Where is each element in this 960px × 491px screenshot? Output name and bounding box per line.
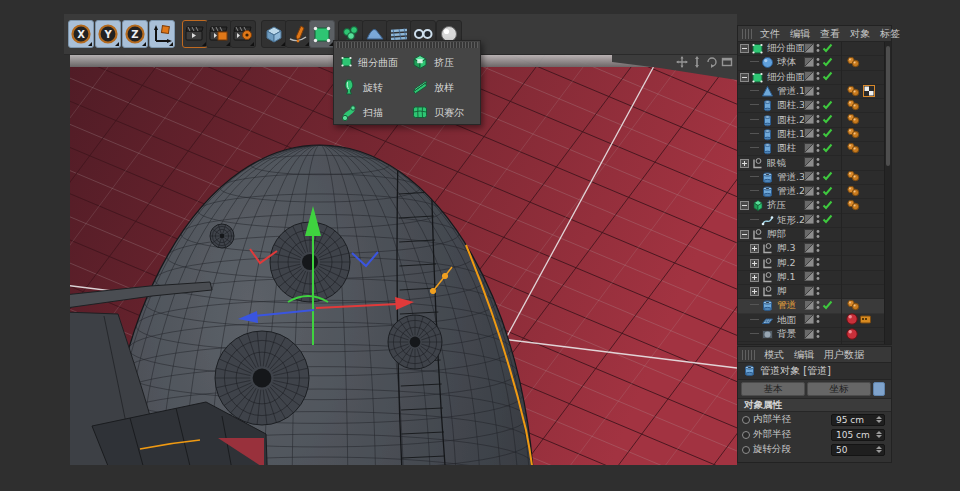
toggle-cluster[interactable] [804, 285, 820, 298]
menu-item-extrude[interactable]: 挤压 [407, 50, 478, 75]
expander-plus-icon[interactable] [750, 259, 759, 268]
visibility-dots-icon[interactable] [816, 186, 820, 198]
tab-coordinates[interactable]: 坐标 [807, 382, 871, 396]
tag-cluster[interactable] [846, 56, 861, 69]
object-row-15[interactable]: 脚.2 [738, 256, 884, 270]
object-row-17[interactable]: 脚 [738, 285, 884, 299]
visibility-dots-icon[interactable] [816, 271, 820, 283]
palette-drag-handle[interactable] [336, 42, 478, 48]
visibility-dots-icon[interactable] [816, 114, 820, 126]
toggle-cluster[interactable] [804, 228, 820, 241]
layer-color-icon[interactable] [804, 200, 814, 212]
tag-cluster[interactable] [846, 314, 871, 327]
stepper-arrows-icon[interactable] [876, 446, 882, 453]
object-row-13[interactable]: 脚部 [738, 228, 884, 242]
object-manager-menu-0[interactable]: 文件 [755, 27, 785, 41]
tag-cluster[interactable] [846, 328, 858, 341]
toggle-cluster[interactable] [804, 199, 833, 212]
layer-color-icon[interactable] [804, 300, 814, 312]
compositing-tag-icon[interactable] [860, 314, 871, 327]
attribute-manager-menu-2[interactable]: 用户数据 [819, 348, 869, 362]
menu-item-sds[interactable]: 细分曲面 [336, 50, 407, 75]
visibility-dots-icon[interactable] [816, 57, 820, 69]
object-manager-menu-2[interactable]: 查看 [815, 27, 845, 41]
field-input[interactable]: 95 cm [831, 414, 885, 426]
object-row-6[interactable]: 圆柱.1 [738, 128, 884, 142]
visibility-dots-icon[interactable] [816, 214, 820, 226]
toggle-cluster[interactable] [804, 171, 833, 184]
tag-cluster[interactable] [846, 185, 861, 198]
attribute-manager-grip-icon[interactable] [742, 350, 756, 360]
object-manager-scrollbar[interactable] [884, 42, 891, 344]
object-row-8[interactable]: 眼镜 [738, 156, 884, 170]
phong-tag-icon[interactable] [846, 113, 861, 127]
tag-cluster[interactable] [846, 113, 861, 126]
enabled-check-icon[interactable] [822, 143, 833, 155]
tag-cluster[interactable] [846, 85, 875, 98]
visibility-dots-icon[interactable] [816, 200, 820, 212]
keyframe-circle-icon[interactable] [742, 431, 750, 439]
expander-minus-icon[interactable] [740, 44, 749, 53]
object-row-19[interactable]: 地面 [738, 314, 884, 328]
phong-tag-icon[interactable] [846, 299, 861, 313]
visibility-dots-icon[interactable] [816, 257, 820, 269]
toggle-cluster[interactable] [804, 156, 820, 169]
visibility-dots-icon[interactable] [816, 229, 820, 241]
tag-cluster[interactable] [846, 99, 861, 112]
layer-color-icon[interactable] [804, 186, 814, 198]
object-row-3[interactable]: 管道.1 [738, 85, 884, 99]
axis-lock-y-button[interactable]: Y [95, 20, 121, 48]
layer-color-icon[interactable] [804, 57, 814, 69]
axis-lock-x-button[interactable]: X [68, 20, 94, 48]
layer-color-icon[interactable] [804, 271, 814, 283]
viewport-pan-control[interactable] [676, 56, 688, 68]
visibility-dots-icon[interactable] [816, 43, 820, 55]
field-input[interactable]: 50 [831, 444, 885, 456]
tab-basic[interactable]: 基本 [741, 382, 805, 396]
enabled-check-icon[interactable] [822, 114, 833, 126]
attribute-manager-menu-1[interactable]: 编辑 [789, 348, 819, 362]
tag-cluster[interactable] [846, 171, 861, 184]
toggle-cluster[interactable] [804, 314, 820, 327]
visibility-dots-icon[interactable] [816, 329, 820, 341]
enabled-check-icon[interactable] [822, 171, 833, 183]
visibility-dots-icon[interactable] [816, 300, 820, 312]
phong-tag-icon[interactable] [846, 127, 861, 141]
layer-color-icon[interactable] [804, 114, 814, 126]
visibility-dots-icon[interactable] [816, 128, 820, 140]
layer-color-icon[interactable] [804, 143, 814, 155]
material-tag-icon[interactable] [846, 313, 858, 327]
enabled-check-icon[interactable] [822, 71, 833, 83]
object-row-18[interactable]: 管道 [738, 299, 884, 313]
visibility-dots-icon[interactable] [816, 157, 820, 169]
material-tag-icon[interactable] [846, 328, 858, 342]
object-row-9[interactable]: 管道.3 [738, 171, 884, 185]
object-row-12[interactable]: 矩形.2 [738, 214, 884, 228]
viewport-rotate-control[interactable] [706, 56, 718, 68]
object-row-4[interactable]: 圆柱.3 [738, 99, 884, 113]
expander-minus-icon[interactable] [740, 201, 749, 210]
toggle-cluster[interactable] [804, 242, 820, 255]
layer-color-icon[interactable] [804, 100, 814, 112]
layer-color-icon[interactable] [804, 128, 814, 140]
phong-tag-icon[interactable] [846, 142, 861, 156]
layer-color-icon[interactable] [804, 157, 814, 169]
layer-color-icon[interactable] [804, 171, 814, 183]
tag-cluster[interactable] [846, 142, 861, 155]
object-row-7[interactable]: 圆柱 [738, 142, 884, 156]
keyframe-circle-icon[interactable] [742, 416, 750, 424]
visibility-dots-icon[interactable] [816, 86, 820, 98]
layer-color-icon[interactable] [804, 86, 814, 98]
phong-tag-icon[interactable] [846, 56, 861, 70]
toggle-cluster[interactable] [804, 256, 820, 269]
enabled-check-icon[interactable] [822, 200, 833, 212]
tab-object-partial[interactable] [873, 382, 885, 396]
layer-color-icon[interactable] [804, 71, 814, 83]
toggle-cluster[interactable] [804, 214, 833, 227]
object-row-16[interactable]: 脚.1 [738, 271, 884, 285]
tag-cluster[interactable] [846, 199, 861, 212]
object-row-0[interactable]: 细分曲面 1 [738, 42, 884, 56]
toggle-cluster[interactable] [804, 128, 833, 141]
visibility-dots-icon[interactable] [816, 286, 820, 298]
object-row-2[interactable]: 细分曲面 [738, 71, 884, 85]
